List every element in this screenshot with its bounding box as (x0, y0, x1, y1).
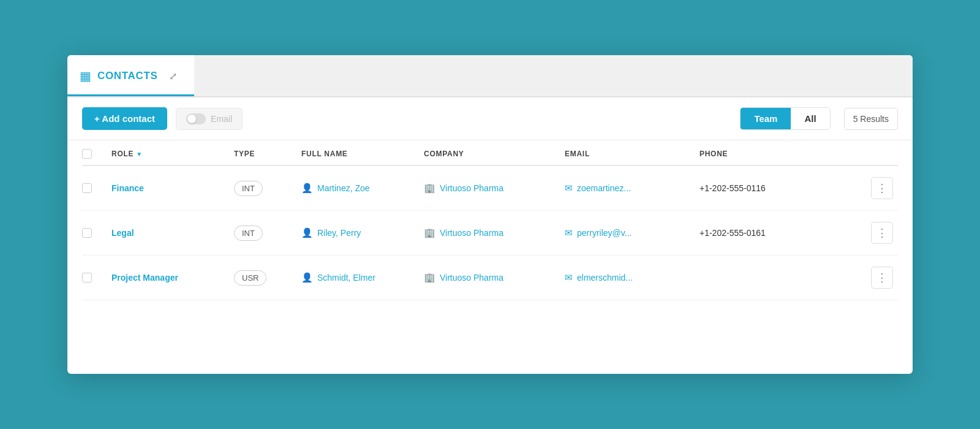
row1-checkbox[interactable] (82, 183, 92, 193)
header-checkbox[interactable] (82, 149, 92, 159)
row2-company[interactable]: 🏢 Virtuoso Pharma (424, 227, 565, 238)
row1-company[interactable]: 🏢 Virtuoso Pharma (424, 183, 565, 194)
row3-role[interactable]: Project Manager (111, 273, 234, 283)
row1-phone: +1-202-555-0116 (699, 183, 834, 193)
mail-icon: ✉ (565, 227, 573, 238)
row3-actions: ⋮ (834, 267, 898, 289)
row2-role[interactable]: Legal (111, 228, 234, 238)
row3-fullname[interactable]: 👤 Schmidt, Elmer (301, 272, 424, 283)
col-role[interactable]: ROLE ▼ (111, 150, 234, 158)
tab-bar: ▦ CONTACTS ⤢ (67, 55, 913, 97)
row3-type-badge: USR (234, 270, 266, 286)
row3-menu-button[interactable]: ⋮ (871, 267, 893, 289)
row1-menu-button[interactable]: ⋮ (871, 177, 893, 199)
row2-type-badge: INT (234, 226, 263, 241)
results-badge: 5 Results (844, 108, 898, 130)
table-container: ROLE ▼ TYPE FULL NAME COMPANY EMAIL PHON… (67, 140, 913, 300)
row2-menu-button[interactable]: ⋮ (871, 222, 893, 244)
filter-team-button[interactable]: Team (741, 108, 791, 129)
row1-fullname[interactable]: 👤 Martinez, Zoe (301, 183, 424, 194)
expand-icon[interactable]: ⤢ (169, 70, 177, 82)
table-row: Legal INT 👤 Riley, Perry 🏢 Virtuoso Phar… (82, 211, 898, 256)
contacts-tab-icon: ▦ (80, 69, 91, 83)
row2-phone: +1-202-555-0161 (699, 228, 834, 238)
row1-check (82, 183, 111, 193)
col-type: TYPE (234, 150, 301, 158)
add-contact-button[interactable]: + Add contact (82, 107, 167, 130)
filter-group: Team All (740, 107, 830, 130)
building-icon: 🏢 (424, 183, 435, 194)
row1-type: INT (234, 181, 301, 196)
row3-checkbox[interactable] (82, 273, 92, 283)
col-email: EMAIL (565, 150, 699, 158)
toolbar: + Add contact Email Team All 5 Results (67, 97, 913, 140)
contacts-window: ▦ CONTACTS ⤢ + Add contact Email Team Al… (67, 55, 913, 374)
row3-email[interactable]: ✉ elmerschmid... (565, 272, 699, 283)
row2-email[interactable]: ✉ perryriley@v... (565, 227, 699, 238)
row1-type-badge: INT (234, 181, 263, 196)
row1-role[interactable]: Finance (111, 183, 234, 193)
row2-type: INT (234, 226, 301, 241)
person-icon: 👤 (301, 183, 313, 194)
email-toggle[interactable]: Email (176, 108, 243, 130)
col-company: COMPANY (424, 150, 565, 158)
sort-icon: ▼ (136, 151, 143, 158)
row2-fullname[interactable]: 👤 Riley, Perry (301, 227, 424, 238)
col-check (82, 149, 111, 159)
table-row: Finance INT 👤 Martinez, Zoe 🏢 Virtuoso P… (82, 166, 898, 211)
email-toggle-label: Email (211, 114, 232, 124)
table-row: Project Manager USR 👤 Schmidt, Elmer 🏢 V… (82, 256, 898, 300)
building-icon: 🏢 (424, 272, 435, 283)
row3-check (82, 273, 111, 283)
person-icon: 👤 (301, 227, 313, 238)
row2-checkbox[interactable] (82, 228, 92, 238)
row1-actions: ⋮ (834, 177, 898, 199)
mail-icon: ✉ (565, 272, 573, 283)
row3-company[interactable]: 🏢 Virtuoso Pharma (424, 272, 565, 283)
row2-check (82, 228, 111, 238)
toggle-switch[interactable] (186, 113, 206, 124)
person-icon: 👤 (301, 272, 313, 283)
row3-type: USR (234, 270, 301, 286)
row1-email[interactable]: ✉ zoemartinez... (565, 183, 699, 194)
building-icon: 🏢 (424, 227, 435, 238)
row2-actions: ⋮ (834, 222, 898, 244)
tab-contacts-label: CONTACTS (97, 70, 158, 82)
tab-contacts[interactable]: ▦ CONTACTS ⤢ (67, 55, 194, 96)
col-fullname: FULL NAME (301, 150, 424, 158)
filter-all-button[interactable]: All (791, 108, 829, 129)
table-header: ROLE ▼ TYPE FULL NAME COMPANY EMAIL PHON… (82, 140, 898, 166)
mail-icon: ✉ (565, 183, 573, 194)
col-phone: PHONE (699, 150, 834, 158)
